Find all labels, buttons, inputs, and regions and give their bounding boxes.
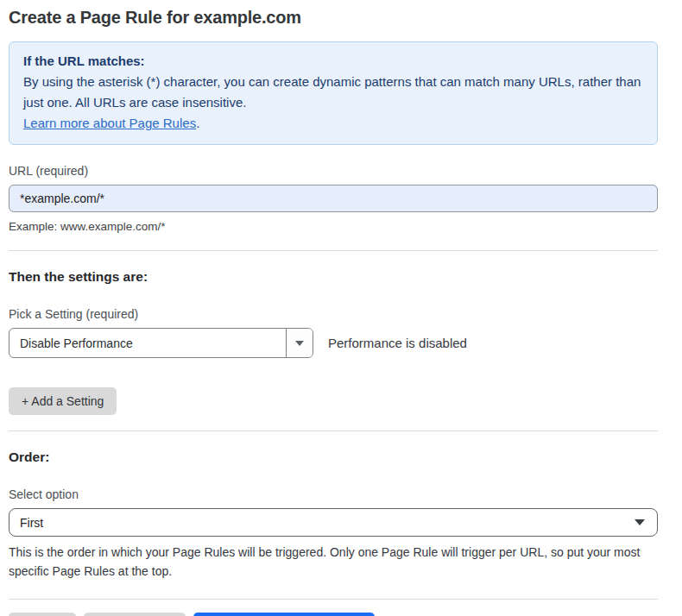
learn-more-link[interactable]: Learn more about Page Rules bbox=[23, 116, 196, 130]
setting-dropdown-value: Disable Performance bbox=[9, 329, 286, 357]
save-as-draft-button[interactable]: Save as Draft bbox=[84, 613, 186, 616]
section-divider bbox=[9, 250, 658, 251]
url-field-label: URL (required) bbox=[9, 164, 658, 178]
footer-actions: Cancel Save as Draft Save and Deploy Pag… bbox=[9, 613, 658, 616]
page-title: Create a Page Rule for example.com bbox=[9, 8, 658, 28]
info-box-body: By using the asterisk (*) character, you… bbox=[23, 72, 643, 113]
link-period: . bbox=[196, 116, 199, 130]
save-and-deploy-button[interactable]: Save and Deploy Page Rule bbox=[193, 613, 375, 616]
pick-setting-label: Pick a Setting (required) bbox=[9, 307, 658, 321]
caret-down-icon bbox=[295, 341, 304, 346]
order-section-heading: Order: bbox=[9, 449, 658, 465]
url-example-text: Example: www.example.com/* bbox=[9, 220, 658, 233]
order-help-text: This is the order in which your Page Rul… bbox=[9, 543, 658, 581]
cancel-button[interactable]: Cancel bbox=[9, 613, 76, 616]
setting-picker-row: Disable Performance Performance is disab… bbox=[9, 328, 658, 358]
caret-down-icon bbox=[635, 519, 645, 525]
url-input[interactable] bbox=[9, 185, 658, 212]
setting-dropdown[interactable]: Disable Performance bbox=[9, 328, 313, 358]
page-rule-form: Create a Page Rule for example.com If th… bbox=[9, 0, 658, 616]
order-select-label: Select option bbox=[9, 487, 658, 501]
info-box-heading: If the URL matches: bbox=[23, 51, 643, 72]
footer-divider bbox=[9, 599, 658, 600]
section-divider bbox=[9, 431, 658, 431]
settings-section-heading: Then the settings are: bbox=[9, 269, 658, 285]
order-select-value: First bbox=[20, 516, 43, 530]
setting-status-text: Performance is disabled bbox=[328, 336, 467, 350]
order-select[interactable]: First bbox=[9, 508, 658, 537]
setting-dropdown-arrow-button[interactable] bbox=[286, 329, 313, 357]
info-box-link-line: Learn more about Page Rules. bbox=[23, 113, 643, 134]
url-match-info-box: If the URL matches: By using the asteris… bbox=[9, 41, 658, 145]
add-setting-button[interactable]: + Add a Setting bbox=[9, 387, 117, 415]
